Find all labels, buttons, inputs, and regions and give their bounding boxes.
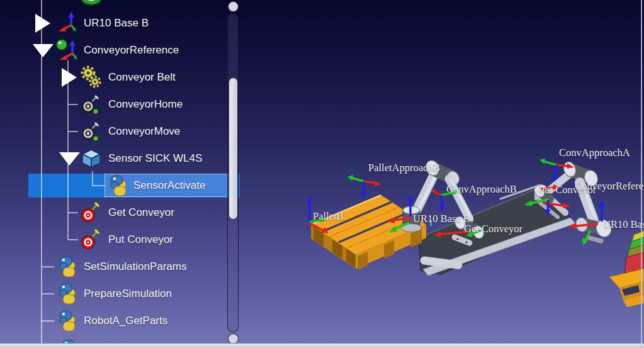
frame-axes-icon — [55, 11, 79, 35]
viewport-label: PalletApproachB — [368, 162, 440, 174]
frame-palletapproachb[interactable] — [347, 175, 381, 198]
tree-item-label: ConveyorMove — [108, 125, 180, 138]
tree-item-label: RobotA_GetParts — [84, 315, 167, 327]
tree-item-label: UR10 Base B — [84, 17, 149, 30]
tree-scrollbar — [222, 0, 240, 348]
tree-item-get-conveyor[interactable]: Get Conveyor — [0, 201, 240, 225]
tree-item-label: PrepareSimulation — [84, 288, 172, 300]
tree-item-label: SetSimulationParams — [84, 261, 186, 273]
tree-item-conveyorhome[interactable]: ConveyorHome — [0, 93, 240, 116]
joint-target-icon — [79, 93, 103, 116]
scrollbar-up-button[interactable] — [228, 1, 239, 12]
joint-target-icon — [79, 120, 103, 143]
tree-item-label: ConveyorHome — [108, 98, 183, 111]
parts-stack-3d[interactable] — [609, 231, 644, 307]
tree-item-put-conveyor[interactable]: Put Conveyor — [0, 228, 240, 252]
station-tree-panel: UR10 Base B ConveyorReference Conveyor B… — [0, 0, 240, 348]
expander-collapsed-icon[interactable] — [59, 68, 81, 87]
cartesian-target-icon — [79, 201, 103, 225]
tree-item-sensoractivate[interactable]: SensorActivate — [0, 174, 240, 198]
python-script-icon — [106, 174, 130, 198]
viewport-label: ConvApproachB — [446, 183, 517, 195]
tree-item-label: Get Conveyor — [108, 206, 174, 219]
tree-item-ur10-base-b[interactable]: UR10 Base B — [0, 11, 240, 35]
viewport-label: UR10 Base A — [603, 218, 644, 230]
python-script-icon — [55, 282, 79, 306]
viewport-label: PalletB — [313, 210, 344, 222]
robodk-window: PalletApproachBPalletBUR10 Base BGet Con… — [0, 0, 644, 348]
right-window-edge — [641, 0, 642, 348]
expander-collapsed-icon[interactable] — [33, 14, 54, 33]
tree-item-robota-getparts[interactable]: RobotA_GetParts — [0, 309, 240, 333]
bottom-panel-edge — [0, 343, 644, 348]
tree-item-sensor-sick-wl4s[interactable]: Sensor SICK WL4S — [0, 147, 240, 171]
robot-icon — [79, 0, 103, 11]
cartesian-target-icon — [79, 228, 103, 252]
tree-item-conveyorreference[interactable]: ConveyorReference — [0, 38, 240, 62]
tree-item-setsimulationparams[interactable]: SetSimulationParams — [0, 255, 240, 279]
tree-item-label: Conveyor Belt — [108, 71, 176, 84]
python-script-icon — [55, 255, 79, 279]
expander-expanded-icon[interactable] — [59, 149, 81, 168]
expander-expanded-icon[interactable] — [33, 41, 54, 60]
tree-item-label: Put Conveyor — [108, 233, 173, 246]
tree-item-conveyor-belt[interactable]: Conveyor Belt — [0, 65, 240, 89]
viewport-label: ConvApproachA — [559, 147, 630, 159]
tree-item-label: ConveyorReference — [84, 44, 179, 57]
tree-item-conveyormove[interactable]: ConveyorMove — [0, 120, 240, 143]
reference-frame-icon — [55, 38, 79, 62]
object-cube-icon — [79, 147, 103, 171]
tree-item-label: Sensor SICK WL4S — [108, 152, 202, 165]
tree-item-preparesimulation[interactable]: PrepareSimulation — [0, 282, 240, 306]
python-script-icon — [55, 309, 79, 333]
mechanism-gears-icon — [79, 65, 103, 89]
viewport-label: Get Conveyor — [464, 223, 523, 235]
scrollbar-thumb[interactable] — [229, 77, 238, 220]
viewport-label: UR10 Base B — [413, 213, 470, 225]
viewport-label: ConveyorReference — [575, 180, 644, 192]
tree-item-label: SensorActivate — [133, 179, 205, 192]
